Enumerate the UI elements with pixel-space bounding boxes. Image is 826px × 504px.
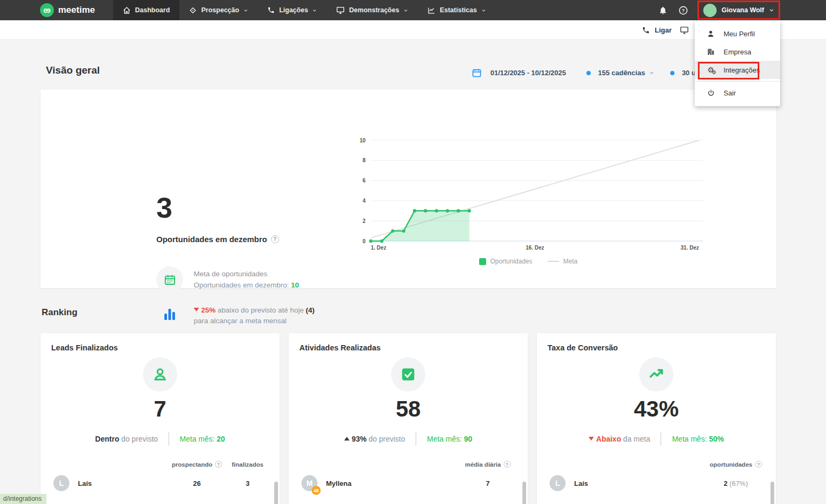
bell-icon — [658, 6, 668, 15]
nav-prospeccao[interactable]: Prospecção — [179, 0, 258, 20]
help-icon[interactable]: ? — [755, 461, 762, 468]
user-menu-button[interactable]: Giovana Wolf — [699, 2, 779, 18]
demo-button[interactable] — [680, 20, 689, 39]
ranking-row[interactable]: L Laís 2 (67%) — [537, 470, 776, 497]
nav-ligacoes[interactable]: Ligações — [258, 0, 327, 20]
column-headers: prospectando? finalizados — [41, 461, 280, 468]
date-range-filter[interactable]: 01/12/2025 - 10/12/2025 — [490, 69, 566, 77]
menu-item-label: Meu Perfil — [724, 30, 755, 38]
column-headers: oportunidades? — [537, 461, 776, 468]
navbar-right: ? Giovana Wolf — [658, 0, 826, 20]
svg-text:8: 8 — [362, 157, 366, 163]
goal-title: Meta de oportunidades — [194, 268, 299, 279]
nav-estatisticas[interactable]: Estatísticas — [418, 0, 495, 20]
avatar: L — [53, 475, 69, 491]
blue-dot-icon — [586, 71, 591, 75]
phone-icon — [642, 26, 650, 34]
chevron-down-icon — [403, 8, 408, 13]
pace-paren: (4) — [306, 306, 315, 314]
card-title: Taxa de Conversão — [537, 333, 776, 352]
pace-block: 25% abaixo do previsto até hoje (4) para… — [156, 305, 314, 326]
blue-dot-icon — [670, 71, 674, 75]
ranking-row[interactable]: L Laís 26 3 — [41, 470, 280, 497]
overview-card: 3 Oportunidades em dezembro ? Meta de op… — [41, 90, 776, 288]
row-name: Laís — [574, 479, 706, 487]
stats-icon — [427, 6, 435, 14]
nav-demonstracoes[interactable]: Demonstrações — [327, 0, 418, 20]
menu-item-meu-perfil[interactable]: Meu Perfil — [695, 25, 780, 43]
scrollbar[interactable] — [771, 482, 774, 504]
nav-label: Prospecção — [201, 6, 239, 14]
chevron-down-icon — [649, 70, 654, 75]
card-status: Dentro do previsto Meta mês: 20 — [41, 432, 280, 446]
triangle-down-icon — [589, 437, 594, 441]
brand[interactable]: ee meetime — [0, 0, 113, 20]
card-title: Leads Finalizados — [41, 333, 280, 352]
svg-text:4: 4 — [362, 198, 366, 204]
avatar: M48 — [301, 475, 317, 491]
menu-item-sair[interactable]: Sair — [695, 84, 780, 102]
calendar-icon[interactable] — [472, 68, 482, 78]
avatar-badge: 48 — [312, 486, 321, 495]
divider — [661, 432, 661, 446]
svg-text:16. Dez: 16. Dez — [526, 245, 544, 251]
column-headers: média diária? — [289, 461, 528, 468]
card-icon-circle — [143, 357, 177, 391]
green-swatch-icon — [479, 258, 486, 265]
opportunities-label: Oportunidades em dezembro ? — [156, 235, 279, 244]
cadences-filter[interactable]: 155 cadências — [598, 69, 654, 77]
user-name: Giovana Wolf — [721, 6, 764, 14]
top-navbar: ee meetime Dashboard Prospecção Ligações… — [0, 0, 826, 20]
card-icon-circle — [391, 357, 425, 391]
row-value: 2 (67%) — [706, 479, 765, 487]
goal-value: 10 — [291, 281, 299, 289]
bar-chart-icon — [156, 305, 183, 326]
goal-icon-circle — [156, 266, 183, 293]
goal-text: Meta de oportunidades Oportunidades em d… — [194, 268, 299, 291]
user-dropdown-menu: Meu Perfil Empresa ⚙⚙ Integrações Sair — [695, 20, 780, 106]
meetime-logo-icon: ee — [40, 3, 54, 17]
card-value: 58 — [289, 398, 528, 420]
user-avatar — [703, 4, 717, 17]
status-bold: Abaixo — [596, 435, 621, 443]
call-button[interactable]: Ligar — [642, 20, 672, 39]
goal-line: Oportunidades em dezembro: 10 — [194, 279, 299, 291]
help-icon[interactable]: ? — [215, 461, 222, 468]
pace-line1: 25% abaixo do previsto até hoje (4) — [194, 305, 314, 316]
legend-meta[interactable]: Meta — [547, 258, 578, 265]
row-name: Laís — [78, 479, 168, 487]
menu-item-label: Sair — [724, 89, 736, 97]
notifications-button[interactable] — [658, 6, 668, 15]
nav-dashboard[interactable]: Dashboard — [113, 0, 179, 20]
goal-block: Meta de oportunidades Oportunidades em d… — [156, 266, 299, 293]
row-name: Myllena — [326, 479, 458, 487]
ranking-row[interactable]: M48 Myllena 7 — [289, 470, 528, 497]
nav-label: Estatísticas — [440, 6, 476, 14]
pace-text: 25% abaixo do previsto até hoje (4) para… — [194, 305, 314, 326]
row-value: 3 — [226, 479, 269, 487]
opportunities-count: 3 — [156, 193, 172, 222]
row-value: 26 — [168, 479, 226, 487]
help-icon[interactable]: ? — [504, 461, 511, 468]
help-icon[interactable]: ? — [271, 235, 279, 243]
card-title: Atividades Realizadas — [289, 333, 528, 352]
person-icon — [706, 29, 716, 38]
nav-label: Demonstrações — [349, 6, 399, 14]
svg-text:1. Dez: 1. Dez — [371, 245, 386, 251]
legend-oportunidades[interactable]: Oportunidades — [479, 258, 533, 265]
pace-line2: para alcançar a meta mensal — [194, 316, 314, 326]
person-icon — [152, 366, 169, 383]
card-leads-finalizados: Leads Finalizados 7 Dentro do previsto M… — [41, 333, 280, 504]
monitor-icon — [680, 26, 689, 35]
menu-divider — [695, 81, 780, 82]
svg-text:2: 2 — [362, 218, 366, 224]
help-button[interactable]: ? — [678, 5, 688, 15]
scrollbar[interactable] — [274, 482, 278, 504]
card-status: 93% do previsto Meta mês: 90 — [289, 432, 528, 446]
menu-item-empresa[interactable]: Empresa — [695, 43, 780, 61]
scrollbar[interactable] — [522, 482, 526, 504]
menu-item-integracoes[interactable]: ⚙⚙ Integrações — [695, 61, 780, 79]
monitor-icon — [336, 6, 345, 14]
column-label: média diária — [465, 461, 501, 468]
meta-value: 50% — [709, 435, 724, 443]
